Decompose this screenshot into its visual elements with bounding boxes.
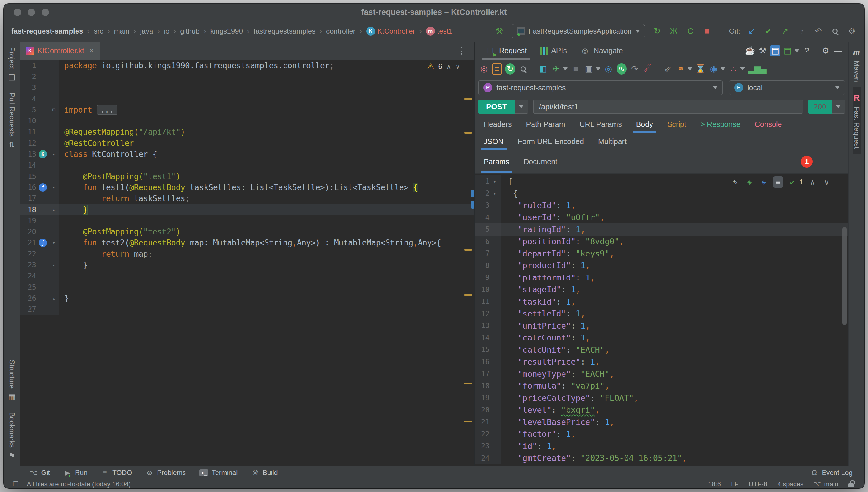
build-hammer-icon[interactable]: ⚒ [495,26,504,37]
tab-headers[interactable]: Headers [478,116,518,133]
import-curl-icon[interactable]: ⇙ [662,63,673,75]
terminal-toolwindow[interactable]: >_Terminal [199,469,238,477]
tab-navigate[interactable]: ◎Navigate [575,42,628,60]
tab-body[interactable]: Body [630,116,659,133]
tab-json[interactable]: JSON [478,133,509,150]
fold-marker-icon[interactable]: ▾ [493,190,497,196]
fold-marker-icon[interactable]: ▾ [52,151,55,157]
todo-toolwindow[interactable]: ≡TODO [101,469,132,477]
git-update-icon[interactable]: ↙ [747,26,757,37]
readonly-lock[interactable] [848,481,854,487]
send-icon[interactable]: ✈ [551,63,561,75]
fold-marker-icon[interactable]: ▴ [52,206,55,213]
fold-marker-icon[interactable]: ▾ [52,184,55,191]
close-window-icon[interactable] [14,8,21,16]
kotlin-run-icon[interactable]: K [39,150,47,158]
tab-apis[interactable]: APIs [534,42,572,60]
run-toolwindow[interactable]: ▶●Run [64,469,88,477]
tab-ktcontroller[interactable]: K KtController.kt × [20,42,100,60]
timeout-icon[interactable]: ⌛ [695,63,706,75]
breadcrumb-item-test1[interactable]: mtest1 [426,27,453,36]
toolwindow-button-bookmarks[interactable]: Bookmarks⚑ [8,407,16,466]
status-code-badge[interactable]: 200 [808,100,832,114]
record-icon[interactable]: ◎ [603,63,613,75]
search-icon[interactable] [518,63,528,75]
docs-icon[interactable]: ▤ [783,45,793,56]
method-dropdown[interactable] [515,100,528,114]
github-icon[interactable]: ◉ [709,63,719,75]
settings-icon[interactable]: ⚙ [847,26,857,37]
breadcrumb-item-java[interactable]: java [140,27,153,35]
git-branch[interactable]: ⌥main [814,481,838,488]
chevron-up-icon[interactable]: ∧ [807,176,817,188]
fast-request-icon[interactable]: ƒ [39,183,47,192]
tab-form-url-encoded[interactable]: Form URL-Encoded [512,133,590,150]
breadcrumb-item-fast-request-samples[interactable]: fast-request-samples [11,27,83,35]
run-config-select[interactable]: FastRequestSamplesApplication [512,24,645,38]
close-tab-icon[interactable]: × [90,47,94,55]
encoding[interactable]: UTF-8 [749,481,767,488]
tab--response[interactable]: > Response [695,116,746,133]
tab-options-icon[interactable]: ⋮ [457,46,466,56]
traffic-lights[interactable] [14,8,49,16]
fold-marker-icon[interactable]: ▴ [52,262,55,268]
build-toolwindow[interactable]: ⚒Build [251,469,278,477]
fast-request-icon[interactable]: ƒ [39,239,47,247]
env-select[interactable]: E local [729,80,845,95]
tab-path-param[interactable]: Path Param [520,116,571,133]
stop-request-icon[interactable]: ■ [571,63,581,75]
tab-url-params[interactable]: URL Params [574,116,628,133]
caret-position[interactable]: 18:6 [708,481,721,488]
clean-icon[interactable]: ☄ [643,63,653,75]
pulse-icon[interactable]: ∿ [617,63,627,75]
method-select[interactable]: POST [478,100,515,114]
toggle-env-icon[interactable]: ◧ [538,63,548,75]
next-warning-icon[interactable]: ∨ [455,63,460,70]
tab-document[interactable]: Document [517,150,563,173]
chevron-down-icon[interactable]: ∨ [822,176,832,188]
stats-icon[interactable]: ▂▆▄ [748,63,767,75]
share-icon[interactable]: ∴ [728,63,739,75]
api-target-icon[interactable]: ◎ [479,63,489,75]
inspection-widget[interactable]: ⚠ 6 ∧ ∨ [427,62,460,71]
refresh-icon[interactable]: ↻ [505,63,515,75]
link-icon[interactable]: ⚭ [676,63,686,75]
code-editor[interactable]: 1package io.github.kings1990.fastrequest… [20,60,474,466]
save-icon[interactable]: ▣ [584,63,594,75]
format-icon[interactable]: ≡ [773,176,783,188]
toolwindow-button-pull-requests[interactable]: Pull Requests⇅ [8,87,16,155]
magic-wand-icon[interactable]: ✎ [730,176,741,188]
breadcrumb-item-controller[interactable]: controller [326,27,356,35]
breadcrumb-item-fastrequestsamples[interactable]: fastrequestsamples [254,27,315,35]
minimize-icon[interactable]: — [833,45,843,56]
coffee-icon[interactable]: ☕ [745,45,755,56]
wrench-icon[interactable]: ⚒ [758,45,768,56]
scrollbar[interactable] [842,227,847,325]
tab-script[interactable]: Script [661,116,692,133]
layout-icon[interactable]: ▤ [770,45,780,56]
fold-marker-icon[interactable]: ⊞ [52,107,55,113]
check-count-icon[interactable]: ✔ [788,176,798,188]
gear-icon[interactable]: ⚙ [820,45,830,56]
ai-blue-icon[interactable]: ✳ [759,176,769,188]
config-icon[interactable]: ≡ [492,63,502,75]
tab-multipart[interactable]: Multipart [592,133,632,150]
rerun-icon[interactable]: ↻ [652,26,662,37]
json-body-editor[interactable]: 1▾[2▾ {3 "ruleId": 1,4 "userId": "u0ftr"… [475,173,848,466]
breadcrumb-item-main[interactable]: main [114,27,129,35]
project-select[interactable]: P fast-request-samples [478,80,723,95]
breadcrumb-item-src[interactable]: src [94,27,103,35]
line-separator[interactable]: LF [731,481,739,488]
event-log[interactable]: ΩEvent Log [810,469,852,477]
url-input[interactable] [533,100,803,114]
ai-green-icon[interactable]: ✳ [745,176,755,188]
debug-icon[interactable]: Ж [669,26,679,37]
git-push-icon[interactable]: ↗ [780,26,790,37]
indent[interactable]: 4 spaces [777,481,803,488]
redo-icon[interactable]: ↷ [630,63,640,75]
prev-warning-icon[interactable]: ∧ [447,63,451,70]
minimize-window-icon[interactable] [28,8,35,16]
search-icon[interactable] [830,26,840,37]
git-toolwindow[interactable]: ⌥Git [30,469,50,477]
tab-console[interactable]: Console [749,116,788,133]
